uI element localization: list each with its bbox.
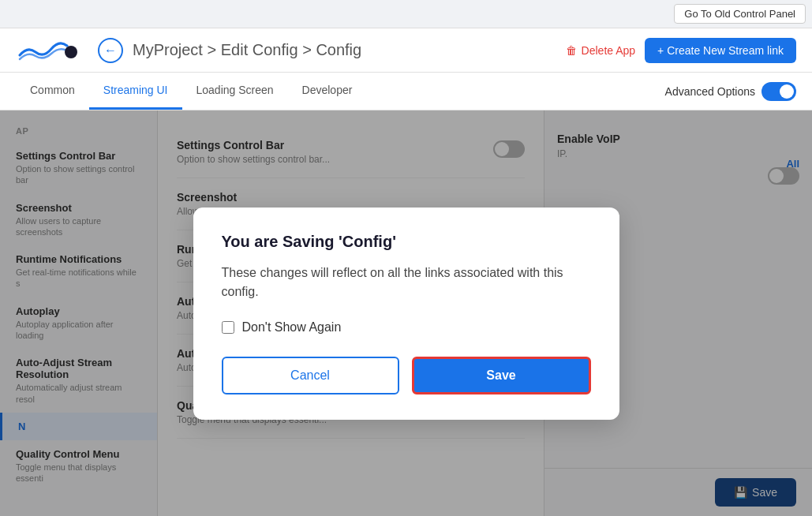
dont-show-again-checkbox[interactable] <box>222 321 234 334</box>
tabs-list: Common Streaming UI Loading Screen Devel… <box>16 73 366 110</box>
header-left: ← MyProject > Edit Config > Config <box>16 38 361 63</box>
tabs-right: Advanced Options <box>665 82 796 101</box>
logo-icon <box>16 38 79 63</box>
old-control-panel-button[interactable]: Go To Old Control Panel <box>674 4 806 24</box>
top-bar: Go To Old Control Panel <box>0 0 812 28</box>
header: ← MyProject > Edit Config > Config 🗑 Del… <box>0 28 812 73</box>
tabs-bar: Common Streaming UI Loading Screen Devel… <box>0 73 812 110</box>
advanced-options-label: Advanced Options <box>665 85 755 98</box>
modal-save-button[interactable]: Save <box>412 357 591 394</box>
dont-show-again-label[interactable]: Don't Show Again <box>242 320 342 335</box>
trash-icon: 🗑 <box>566 44 577 57</box>
breadcrumb-config: Config <box>316 41 361 58</box>
back-button[interactable]: ← <box>98 38 123 63</box>
breadcrumb-edit: Edit Config <box>221 41 298 58</box>
modal-actions: Cancel Save <box>222 357 591 394</box>
save-confirmation-modal: You are Saving 'Config' These changes wi… <box>193 208 619 420</box>
main-area: Ap Settings Control Bar Option to show s… <box>0 110 812 516</box>
modal-title: You are Saving 'Config' <box>222 233 591 251</box>
modal-cancel-button[interactable]: Cancel <box>222 357 399 394</box>
tab-loading-screen[interactable]: Loading Screen <box>182 73 288 110</box>
create-stream-button[interactable]: + Create New Stream link <box>645 38 796 63</box>
svg-point-0 <box>65 46 77 58</box>
breadcrumb-sep2: > <box>302 41 316 58</box>
delete-app-button[interactable]: 🗑 Delete App <box>566 44 636 57</box>
advanced-options-toggle[interactable] <box>761 82 796 101</box>
modal-body: These changes will reflect on all the li… <box>222 264 591 301</box>
tab-streaming-ui[interactable]: Streaming UI <box>89 73 182 110</box>
tab-developer[interactable]: Developer <box>288 73 367 110</box>
header-right: 🗑 Delete App + Create New Stream link <box>566 38 796 63</box>
breadcrumb: MyProject > Edit Config > Config <box>133 41 361 59</box>
modal-overlay: You are Saving 'Config' These changes wi… <box>0 110 812 516</box>
dont-show-again-checkbox-container[interactable]: Don't Show Again <box>222 320 591 335</box>
breadcrumb-project: MyProject <box>133 41 203 58</box>
breadcrumb-sep1: > <box>207 41 220 58</box>
tab-common[interactable]: Common <box>16 73 89 110</box>
logo <box>16 38 79 63</box>
